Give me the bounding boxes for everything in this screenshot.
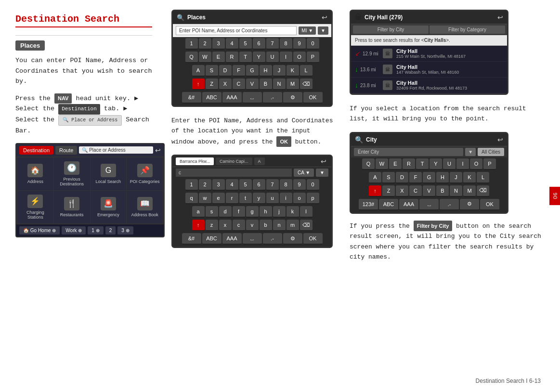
addr-key-i[interactable]: i — [280, 193, 292, 204]
kbd-key-g[interactable]: G — [246, 65, 259, 77]
places-back-btn[interactable]: ↩ — [322, 13, 327, 21]
kbd-key-a[interactable]: A — [192, 65, 205, 77]
kbd-key-hash[interactable]: &# — [182, 92, 201, 104]
city-key-b[interactable]: B — [436, 185, 449, 197]
city-key-a[interactable]: A — [369, 172, 381, 183]
addr-key-j[interactable]: j — [273, 206, 286, 218]
city-key-v[interactable]: V — [423, 185, 435, 197]
kbd-key-6[interactable]: 6 — [253, 38, 265, 50]
city-key-o[interactable]: O — [470, 158, 482, 170]
kbd-key-4[interactable]: 4 — [226, 38, 238, 50]
city-key-space[interactable]: ⎵ — [419, 199, 439, 210]
city-key-m[interactable]: M — [463, 185, 476, 197]
addr-key-settings[interactable]: ⚙ — [283, 233, 302, 245]
addr-key-b[interactable]: b — [260, 220, 272, 231]
city-key-settings[interactable]: ⚙ — [460, 199, 479, 210]
kbd-key-r[interactable]: R — [226, 52, 238, 63]
addr-key-s[interactable]: s — [206, 206, 218, 218]
kbd-key-9[interactable]: 9 — [293, 38, 306, 50]
city-key-n[interactable]: N — [450, 185, 462, 197]
addr-key-hash[interactable]: &# — [182, 233, 201, 245]
kbd-key-c[interactable]: C — [233, 78, 245, 90]
city-input-field[interactable]: Enter City — [354, 148, 463, 156]
city-key-aaa[interactable]: AAA — [399, 199, 418, 210]
all-cities-btn[interactable]: All Cities — [478, 148, 504, 156]
kbd-key-l[interactable]: L — [300, 65, 313, 77]
kbd-key-3[interactable]: 3 — [212, 38, 225, 50]
kbd-key-aaa[interactable]: AAA — [222, 92, 242, 104]
addr-state-btn[interactable]: CA ▼ — [294, 169, 314, 177]
city-key-y[interactable]: Y — [430, 158, 442, 170]
kbd-key-8[interactable]: 8 — [280, 38, 292, 50]
kbd-key-v[interactable]: V — [246, 78, 259, 90]
addr-input-field[interactable]: c — [176, 169, 292, 177]
kbd-key-0[interactable]: 0 — [307, 38, 319, 50]
city-key-z[interactable]: Z — [382, 185, 395, 197]
addr-key-y[interactable]: y — [253, 193, 265, 204]
addr-key-2[interactable]: 2 — [199, 179, 211, 191]
addr-key-q[interactable]: q — [185, 193, 198, 204]
places-input-field[interactable]: Enter POI Name, Address or Coordinates — [176, 26, 297, 35]
city-state-dropdown[interactable]: ▼ — [465, 148, 476, 156]
kbd-key-ok[interactable]: OK — [303, 92, 323, 104]
city-key-t[interactable]: T — [416, 158, 429, 170]
kbd-key-dot[interactable]: .- — [263, 92, 282, 104]
city-key-ok[interactable]: OK — [480, 199, 499, 210]
kbd-key-backspace[interactable]: ⌫ — [300, 78, 313, 90]
addr-tab-camino[interactable]: Camino Capi... — [216, 157, 252, 165]
addr-back-btn[interactable]: ↩ — [321, 157, 328, 165]
kbd-key-5[interactable]: 5 — [239, 38, 252, 50]
addr-key-c[interactable]: c — [233, 220, 245, 231]
city-key-w[interactable]: W — [376, 158, 388, 170]
city-key-d[interactable]: D — [396, 172, 408, 183]
city-key-q[interactable]: Q — [362, 158, 375, 170]
kbd-key-m[interactable]: M — [287, 78, 299, 90]
places-state2-btn[interactable]: ▼ — [318, 26, 328, 35]
kbd-key-space[interactable]: ⎵ — [243, 92, 262, 104]
addr-key-o[interactable]: o — [293, 193, 306, 204]
city-key-l[interactable]: L — [477, 172, 489, 183]
kbd-key-w[interactable]: W — [199, 52, 211, 63]
addr-key-5[interactable]: 5 — [239, 179, 252, 191]
addr-key-z[interactable]: z — [206, 220, 218, 231]
addr-key-shift[interactable]: ↑ — [192, 220, 205, 231]
addr-key-aaa[interactable]: AAA — [222, 233, 242, 245]
addr-key-n[interactable]: n — [273, 220, 286, 231]
addr-key-4[interactable]: 4 — [226, 179, 238, 191]
addr-key-r[interactable]: r — [226, 193, 238, 204]
addr-key-backspace[interactable]: ⌫ — [300, 220, 313, 231]
kbd-key-7[interactable]: 7 — [266, 38, 279, 50]
addr-key-7[interactable]: 7 — [266, 179, 279, 191]
kbd-key-z[interactable]: Z — [206, 78, 218, 90]
kbd-key-d[interactable]: D — [219, 65, 232, 77]
kbd-key-settings[interactable]: ⚙ — [283, 92, 302, 104]
kbd-key-1[interactable]: 1 — [185, 38, 198, 50]
kbd-key-n[interactable]: N — [273, 78, 286, 90]
result-item-3[interactable]: ↓ 23.8 mi 🏛 City Hall 32409 Fort Rd, Roc… — [351, 78, 507, 93]
city-key-s[interactable]: S — [382, 172, 395, 183]
addr-key-t[interactable]: t — [239, 193, 252, 204]
addr-key-m[interactable]: m — [287, 220, 299, 231]
result-item-2[interactable]: ↓ 13.6 mi 🏛 City Hall 147 Wabash St, Mil… — [351, 62, 507, 78]
filter-by-category-btn[interactable]: Filter by Category — [430, 26, 505, 34]
kbd-key-h[interactable]: H — [260, 65, 272, 77]
kbd-key-q[interactable]: Q — [185, 52, 198, 63]
kbd-key-k[interactable]: K — [287, 65, 299, 77]
city-key-i[interactable]: I — [456, 158, 469, 170]
city-key-k[interactable]: K — [463, 172, 476, 183]
city-key-abc[interactable]: ABC — [379, 199, 398, 210]
city-key-h[interactable]: H — [436, 172, 449, 183]
city-key-g[interactable]: G — [423, 172, 435, 183]
kbd-key-p[interactable]: P — [307, 52, 319, 63]
city-back-btn[interactable]: ↩ — [497, 136, 503, 144]
city-key-e[interactable]: E — [389, 158, 402, 170]
kbd-key-j[interactable]: J — [273, 65, 286, 77]
places-state-btn[interactable]: MI ▼ — [299, 26, 316, 35]
kbd-key-x[interactable]: X — [219, 78, 232, 90]
results-back-btn[interactable]: ↩ — [497, 13, 503, 21]
addr-key-9[interactable]: 9 — [293, 179, 306, 191]
kbd-key-b[interactable]: B — [260, 78, 272, 90]
addr-key-e[interactable]: e — [212, 193, 225, 204]
city-key-j[interactable]: J — [450, 172, 462, 183]
addr-key-d[interactable]: d — [219, 206, 232, 218]
